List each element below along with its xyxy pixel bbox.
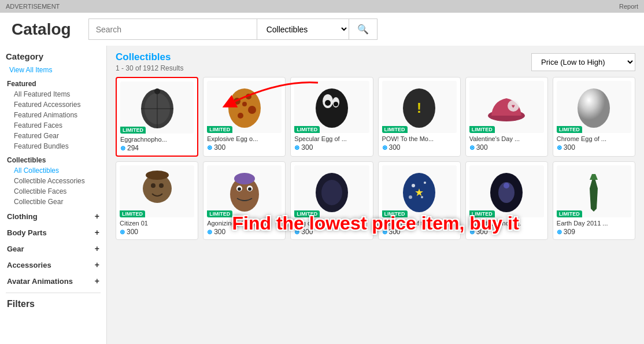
- sidebar-item-featured-faces[interactable]: Featured Faces: [10, 120, 101, 131]
- price-value-5: 300: [564, 143, 575, 151]
- item-card-11[interactable]: LIMITED Earth Day 2011 ... ⊛ 309: [553, 161, 635, 240]
- svg-point-8: [248, 106, 256, 114]
- sidebar-item-collectible-gear[interactable]: Collectible Gear: [10, 197, 101, 207]
- sidebar-view-all-items[interactable]: View All Items: [6, 65, 101, 75]
- sidebar-collectibles-label: Collectibles: [6, 156, 101, 164]
- svg-point-42: [504, 183, 509, 188]
- item-thumb-5: LIMITED: [557, 81, 631, 133]
- price-value-1: 300: [214, 143, 225, 151]
- main-layout: Category View All Items Featured All Fea…: [0, 46, 644, 344]
- item-name-1: Explosive Egg o...: [207, 135, 282, 142]
- items-grid: LIMITED Eggrachnopho... ⊛ 294: [116, 77, 635, 240]
- sidebar-featured-label: Featured: [6, 80, 101, 88]
- item-image-svg-11: [573, 168, 614, 214]
- sidebar-avatar-animations-toggle[interactable]: Avatar Animations +: [6, 274, 101, 288]
- sidebar-accessories-expand-icon: +: [95, 260, 99, 269]
- report-link[interactable]: Report: [619, 3, 638, 10]
- sidebar-divider: [6, 293, 101, 293]
- svg-point-6: [234, 98, 240, 105]
- item-name-10: Egg of Equinox: ...: [469, 220, 544, 227]
- sort-dropdown[interactable]: Price (Low to High) Price (High to Low) …: [531, 53, 635, 71]
- robux-icon-10: ⊛: [469, 228, 475, 236]
- item-price-3: ⊛ 300: [382, 143, 457, 151]
- item-name-9: Starry Egg of th...: [382, 220, 457, 227]
- search-button[interactable]: 🔍: [349, 19, 377, 40]
- item-card-8[interactable]: LIMITED Egg of Equinox: ... ⊛ 300: [290, 161, 373, 240]
- sidebar-gear-label: Gear: [7, 245, 24, 253]
- sidebar-item-featured-animations[interactable]: Featured Animations: [10, 110, 101, 120]
- sidebar-item-featured-bundles[interactable]: Featured Bundles: [10, 141, 101, 151]
- svg-text:!: !: [417, 100, 421, 116]
- item-thumb-2: LIMITED: [294, 81, 369, 133]
- price-value-6: 300: [127, 228, 138, 236]
- price-value-8: 300: [301, 228, 313, 236]
- item-card-10[interactable]: LIMITED Egg of Equinox: ... ⊛ 300: [465, 161, 548, 240]
- sidebar-item-featured-accessories[interactable]: Featured Accessories: [10, 99, 101, 110]
- sidebar-accessories-toggle[interactable]: Accessories +: [6, 258, 101, 272]
- robux-icon-6: ⊛: [120, 228, 125, 236]
- sidebar-avatar-animations-label: Avatar Animations: [7, 277, 73, 286]
- sidebar-item-collectible-faces[interactable]: Collectible Faces: [10, 186, 101, 197]
- sidebar-category-title: Category: [6, 51, 101, 61]
- svg-text:★: ★: [414, 187, 424, 198]
- sidebar-item-collectible-accessories[interactable]: Collectible Accessories: [10, 176, 101, 186]
- item-card-7[interactable]: LIMITED Agonizingly Ugl... ⊛ 300: [203, 161, 286, 240]
- search-bar: Collectibles All Clothing Body Parts Gea…: [88, 19, 377, 40]
- svg-point-24: [159, 183, 164, 188]
- item-price-10: ⊛ 300: [469, 228, 544, 236]
- item-thumb-9: ★ LIMITED: [382, 165, 457, 217]
- item-price-5: ⊛ 300: [557, 143, 631, 151]
- limited-badge-2: LIMITED: [294, 126, 320, 133]
- sidebar-clothing-toggle[interactable]: Clothing +: [6, 209, 101, 223]
- sidebar-item-all-collectibles[interactable]: All Collectibles: [10, 165, 101, 176]
- search-input[interactable]: [88, 19, 257, 40]
- sidebar-body-parts-toggle[interactable]: Body Parts +: [6, 225, 101, 239]
- search-category-dropdown[interactable]: Collectibles All Clothing Body Parts Gea…: [257, 19, 349, 40]
- svg-point-14: [325, 100, 331, 106]
- item-image-svg-6: [137, 168, 177, 214]
- item-name-5: Chrome Egg of ...: [557, 135, 631, 142]
- limited-badge-10: LIMITED: [469, 210, 495, 217]
- item-name-7: Agonizingly Ugl...: [207, 220, 282, 227]
- svg-point-38: [409, 195, 412, 199]
- sidebar-item-featured-gear[interactable]: Featured Gear: [10, 131, 101, 141]
- limited-badge-0: LIMITED: [120, 127, 146, 134]
- sidebar-gear-toggle[interactable]: Gear +: [6, 242, 101, 256]
- sidebar-item-all-featured[interactable]: All Featured Items: [10, 89, 101, 99]
- item-card-6[interactable]: LIMITED Citizen 01 ⊛ 300: [116, 161, 198, 240]
- item-image-svg-4: ♥: [483, 84, 530, 130]
- robux-icon-4: ⊛: [469, 144, 475, 151]
- item-card-5[interactable]: LIMITED Chrome Egg of ... ⊛ 300: [553, 77, 635, 157]
- item-name-6: Citizen 01: [120, 220, 194, 227]
- item-thumb-3: ! LIMITED: [382, 81, 457, 133]
- item-card-0[interactable]: LIMITED Eggrachnopho... ⊛ 294: [116, 77, 198, 157]
- content-header: Collectibles 1 - 30 of 1912 Results Pric…: [116, 51, 635, 72]
- item-card-4[interactable]: ♥ LIMITED Valentine's Day ... ⊛ 300: [465, 77, 548, 157]
- sidebar-body-parts-expand-icon: +: [95, 228, 99, 237]
- price-value-7: 300: [214, 228, 225, 236]
- item-price-1: ⊛ 300: [207, 143, 282, 151]
- item-name-8: Egg of Equinox: ...: [294, 220, 369, 227]
- limited-badge-7: LIMITED: [207, 210, 232, 217]
- svg-point-5: [228, 88, 261, 128]
- robux-icon-9: ⊛: [382, 228, 387, 236]
- item-image-svg-8: [312, 168, 352, 214]
- item-thumb-4: ♥ LIMITED: [469, 81, 544, 133]
- item-card-9[interactable]: ★ LIMITED Starry Egg of th... ⊛ 300: [378, 161, 461, 240]
- price-value-2: 300: [301, 143, 313, 151]
- section-info: Collectibles 1 - 30 of 1912 Results: [116, 51, 183, 72]
- sidebar-body-parts-label: Body Parts: [7, 228, 47, 237]
- item-price-7: ⊛ 300: [207, 228, 282, 236]
- item-thumb-10: LIMITED: [469, 165, 544, 217]
- item-card-2[interactable]: LIMITED Specular Egg of ... ⊛ 300: [290, 77, 373, 157]
- item-card-3[interactable]: ! LIMITED POW! To the Mo... ⊛ 300: [378, 77, 461, 157]
- item-image-svg-2: [312, 84, 352, 130]
- item-price-0: ⊛ 294: [120, 144, 194, 152]
- item-price-6: ⊛ 300: [120, 228, 194, 236]
- item-image-svg-3: !: [399, 84, 439, 130]
- page-title: Catalog: [12, 20, 71, 39]
- item-image-svg-10: [486, 168, 527, 214]
- sidebar-avatar-animations-expand-icon: +: [95, 276, 99, 286]
- svg-point-29: [238, 187, 241, 191]
- item-card-1[interactable]: LIMITED Explosive Egg o... ⊛ 300: [203, 77, 286, 157]
